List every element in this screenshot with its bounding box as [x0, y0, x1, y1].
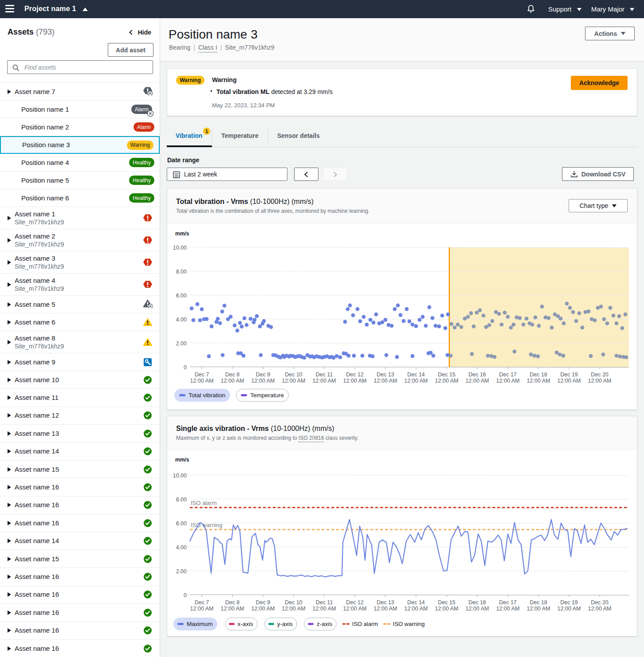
svg-text:12:00 AM: 12:00 AM — [374, 378, 397, 384]
svg-text:Dec 20: Dec 20 — [591, 599, 609, 606]
svg-text:2.00: 2.00 — [176, 340, 187, 347]
svg-text:4.00: 4.00 — [176, 544, 187, 551]
svg-text:6.00: 6.00 — [176, 293, 187, 299]
svg-text:Dec 16: Dec 16 — [468, 372, 486, 378]
svg-text:Dec 15: Dec 15 — [438, 372, 456, 378]
svg-text:Dec 18: Dec 18 — [530, 372, 547, 378]
svg-text:12:00 AM: 12:00 AM — [282, 606, 306, 612]
svg-text:12:00 AM: 12:00 AM — [466, 606, 489, 612]
svg-text:10.00: 10.00 — [173, 473, 187, 479]
svg-text:Dec 7: Dec 7 — [195, 372, 209, 378]
svg-text:Dec 7: Dec 7 — [195, 599, 209, 606]
svg-text:Dec 8: Dec 8 — [225, 372, 240, 378]
svg-text:Dec 13: Dec 13 — [377, 372, 394, 378]
svg-text:Dec 15: Dec 15 — [438, 599, 456, 606]
svg-text:Dec 19: Dec 19 — [560, 599, 578, 606]
svg-text:12:00 AM: 12:00 AM — [221, 378, 244, 384]
svg-text:12:00 AM: 12:00 AM — [588, 606, 612, 612]
svg-text:12:00 AM: 12:00 AM — [251, 378, 275, 384]
svg-text:Dec 9: Dec 9 — [256, 599, 271, 606]
svg-text:12:00 AM: 12:00 AM — [282, 378, 306, 384]
svg-text:12:00 AM: 12:00 AM — [404, 378, 428, 384]
svg-text:12:00 AM: 12:00 AM — [221, 606, 244, 612]
svg-text:12:00 AM: 12:00 AM — [190, 606, 214, 612]
svg-text:8.00: 8.00 — [176, 269, 187, 275]
svg-text:12:00 AM: 12:00 AM — [558, 606, 581, 612]
svg-text:ISO warning: ISO warning — [191, 522, 223, 528]
svg-text:0: 0 — [184, 364, 187, 371]
svg-text:12:00 AM: 12:00 AM — [527, 378, 550, 384]
svg-text:12:00 AM: 12:00 AM — [374, 606, 397, 612]
svg-text:12:00 AM: 12:00 AM — [343, 378, 367, 384]
svg-text:12:00 AM: 12:00 AM — [435, 378, 459, 384]
svg-text:Dec 17: Dec 17 — [499, 372, 517, 378]
svg-text:4.00: 4.00 — [176, 317, 187, 323]
svg-text:Dec 14: Dec 14 — [407, 599, 425, 606]
svg-text:Dec 16: Dec 16 — [468, 599, 486, 606]
svg-text:12:00 AM: 12:00 AM — [343, 606, 367, 612]
svg-text:12:00 AM: 12:00 AM — [313, 378, 336, 384]
svg-text:Dec 12: Dec 12 — [346, 599, 364, 606]
svg-text:Dec 9: Dec 9 — [256, 372, 271, 378]
svg-text:12:00 AM: 12:00 AM — [466, 378, 489, 384]
svg-text:12:00 AM: 12:00 AM — [435, 606, 459, 612]
svg-text:12:00 AM: 12:00 AM — [496, 606, 520, 612]
svg-text:Dec 11: Dec 11 — [316, 599, 333, 606]
svg-text:6.00: 6.00 — [176, 520, 187, 527]
svg-text:12:00 AM: 12:00 AM — [404, 606, 428, 612]
svg-text:8.00: 8.00 — [176, 497, 187, 503]
svg-text:Dec 12: Dec 12 — [346, 372, 364, 378]
svg-text:Dec 8: Dec 8 — [225, 599, 240, 606]
svg-text:Dec 18: Dec 18 — [530, 599, 547, 606]
svg-text:Dec 10: Dec 10 — [285, 599, 302, 606]
svg-text:Dec 20: Dec 20 — [591, 372, 609, 378]
svg-text:ISO alarm: ISO alarm — [191, 500, 217, 506]
svg-text:12:00 AM: 12:00 AM — [251, 606, 275, 612]
svg-text:Dec 17: Dec 17 — [499, 599, 517, 606]
svg-text:12:00 AM: 12:00 AM — [496, 378, 520, 384]
svg-text:12:00 AM: 12:00 AM — [588, 378, 612, 384]
svg-text:Dec 14: Dec 14 — [407, 372, 425, 378]
svg-text:Dec 13: Dec 13 — [377, 599, 394, 606]
svg-text:12:00 AM: 12:00 AM — [558, 378, 581, 384]
svg-text:12:00 AM: 12:00 AM — [527, 606, 550, 612]
svg-text:12:00 AM: 12:00 AM — [313, 606, 336, 612]
svg-text:10.00: 10.00 — [173, 245, 187, 251]
svg-text:Dec 11: Dec 11 — [316, 372, 333, 378]
svg-text:12:00 AM: 12:00 AM — [190, 378, 214, 384]
svg-text:Dec 10: Dec 10 — [285, 372, 302, 378]
svg-text:Dec 19: Dec 19 — [560, 372, 578, 378]
svg-text:2.00: 2.00 — [176, 568, 187, 575]
svg-text:0: 0 — [184, 592, 187, 598]
